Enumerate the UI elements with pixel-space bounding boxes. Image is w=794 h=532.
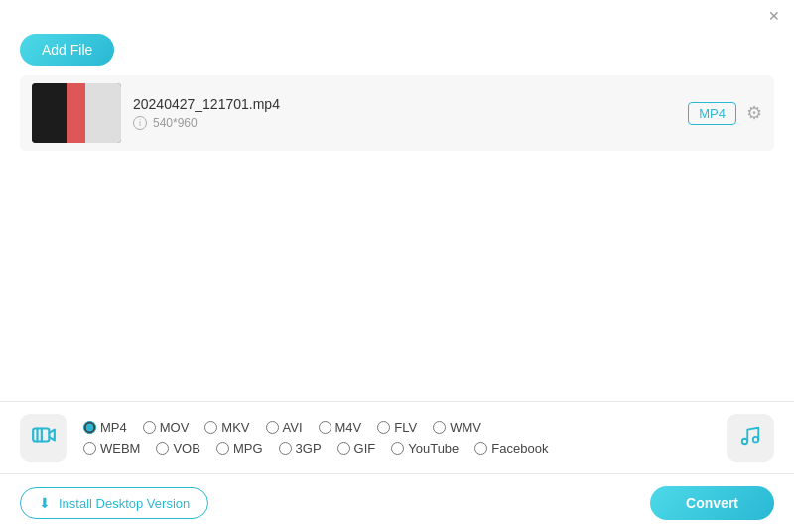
add-file-button[interactable]: Add File (20, 34, 114, 66)
format-m4v-label: M4V (335, 420, 362, 435)
format-mkv[interactable]: MKV (204, 420, 249, 435)
format-gif[interactable]: GIF (337, 441, 376, 456)
format-m4v[interactable]: M4V (319, 420, 362, 435)
convert-button[interactable]: Convert (650, 486, 774, 520)
format-youtube-label: YouTube (408, 441, 459, 456)
svg-point-3 (742, 438, 748, 444)
music-format-icon-box[interactable] (727, 414, 774, 462)
file-info: 20240427_121701.mp4 i 540*960 (133, 96, 676, 130)
format-youtube[interactable]: YouTube (391, 441, 459, 456)
install-desktop-button[interactable]: ⬇ Install Desktop Version (20, 487, 208, 519)
format-vob[interactable]: VOB (156, 441, 199, 456)
file-list: 20240427_121701.mp4 i 540*960 MP4 ⚙ (0, 75, 794, 151)
file-actions: MP4 ⚙ (688, 102, 762, 125)
format-bar: MP4 MOV MKV AVI M4V (0, 401, 794, 473)
format-mp4[interactable]: MP4 (83, 420, 127, 435)
title-bar: ✕ (0, 0, 794, 28)
format-avi[interactable]: AVI (266, 420, 303, 435)
format-row-2: WEBM VOB MPG 3GP GIF (83, 441, 711, 456)
format-wmv-label: WMV (450, 420, 481, 435)
info-icon: i (133, 116, 147, 130)
format-facebook[interactable]: Facebook (474, 441, 548, 456)
file-name: 20240427_121701.mp4 (133, 96, 676, 112)
format-3gp-label: 3GP (296, 441, 322, 456)
thumbnail-preview (32, 83, 121, 143)
format-flv[interactable]: FLV (377, 420, 417, 435)
format-badge[interactable]: MP4 (688, 102, 736, 125)
video-icon (31, 422, 57, 454)
format-vob-label: VOB (173, 441, 199, 456)
bottom-bar: ⬇ Install Desktop Version Convert (0, 473, 794, 532)
format-avi-label: AVI (283, 420, 303, 435)
settings-icon[interactable]: ⚙ (746, 102, 762, 124)
format-mkv-label: MKV (221, 420, 249, 435)
video-format-icon-box[interactable] (20, 414, 67, 462)
format-wmv[interactable]: WMV (433, 420, 481, 435)
format-mov[interactable]: MOV (143, 420, 190, 435)
file-meta: i 540*960 (133, 116, 676, 130)
music-icon (739, 425, 761, 452)
main-window: ✕ Add File 20240427_121701.mp4 i 540*960… (0, 0, 794, 532)
format-row-1: MP4 MOV MKV AVI M4V (83, 420, 711, 435)
format-webm[interactable]: WEBM (83, 441, 140, 456)
svg-point-4 (753, 436, 759, 442)
format-mp4-label: MP4 (100, 420, 127, 435)
download-icon: ⬇ (39, 495, 51, 511)
format-options: MP4 MOV MKV AVI M4V (83, 420, 711, 456)
format-webm-label: WEBM (100, 441, 140, 456)
install-label: Install Desktop Version (59, 496, 190, 511)
format-facebook-label: Facebook (491, 441, 548, 456)
top-area: Add File (0, 28, 794, 75)
format-mpg-label: MPG (233, 441, 263, 456)
file-resolution: 540*960 (153, 116, 198, 130)
format-flv-label: FLV (394, 420, 417, 435)
format-mpg[interactable]: MPG (216, 441, 263, 456)
close-button[interactable]: ✕ (766, 8, 782, 24)
format-3gp[interactable]: 3GP (279, 441, 322, 456)
file-thumbnail (32, 83, 121, 143)
file-item: 20240427_121701.mp4 i 540*960 MP4 ⚙ (20, 75, 774, 151)
middle-area (0, 159, 794, 401)
format-gif-label: GIF (354, 441, 376, 456)
format-mov-label: MOV (160, 420, 190, 435)
